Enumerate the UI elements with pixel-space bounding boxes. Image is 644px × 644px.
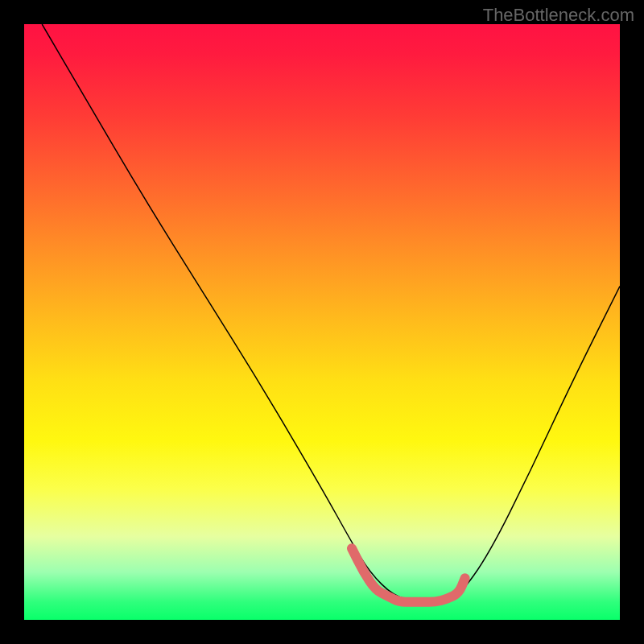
watermark-text: TheBottleneck.com [483,5,634,26]
chart-curve-layer [24,24,620,620]
bottleneck-curve-line [42,24,620,602]
chart-plot-area [24,24,620,620]
optimal-zone-marker-line [352,548,465,602]
